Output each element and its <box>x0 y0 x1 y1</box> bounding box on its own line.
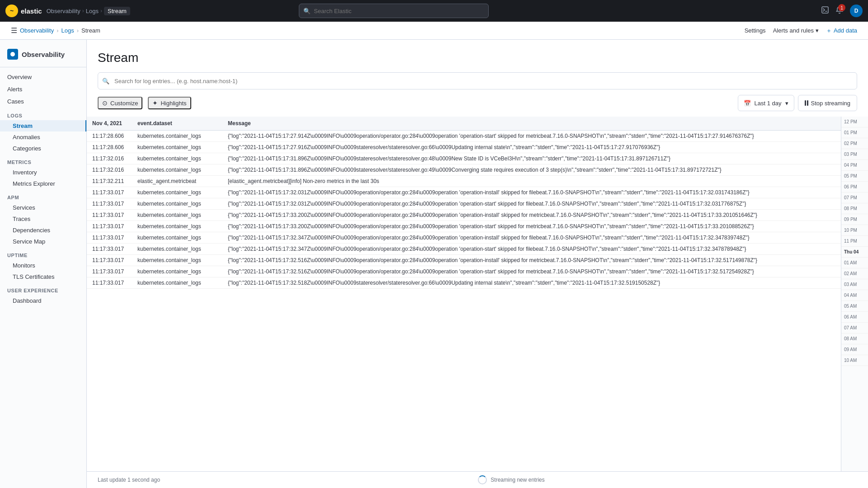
last-update-text: Last update 1 second ago <box>98 477 160 483</box>
snb-logs[interactable]: Logs <box>61 27 74 34</box>
table-row[interactable]: 11:17:33.017 kubernetes.container_logs {… <box>87 277 841 289</box>
row-dataset: kubernetes.container_logs <box>132 198 222 210</box>
sidebar-item-tls-certs[interactable]: TLS Certificates <box>0 271 86 282</box>
global-search-input[interactable] <box>299 4 489 18</box>
settings-button[interactable]: Settings <box>745 27 766 34</box>
sidebar-item-traces[interactable]: Traces <box>0 213 86 225</box>
sidebar-item-inventory[interactable]: Inventory <box>0 167 86 178</box>
customize-icon: ⊙ <box>102 99 108 107</box>
sidebar-item-stream[interactable]: Stream <box>0 120 86 131</box>
table-row[interactable]: 11:17:33.017 kubernetes.container_logs {… <box>87 210 841 221</box>
timeline-label: 01 PM <box>841 127 868 138</box>
timeline-label: 08 AM <box>841 333 868 344</box>
row-time: 11:17:28.606 <box>87 142 132 153</box>
row-message: {"log":"2021-11-04T15:17:31.896Z\u0009IN… <box>222 164 841 176</box>
timeline-label: 03 PM <box>841 149 868 160</box>
sidebar-item-dependencies[interactable]: Dependencies <box>0 225 86 236</box>
alerts-rules-button[interactable]: Alerts and rules ▾ <box>773 27 819 34</box>
table-row[interactable]: 11:17:33.017 kubernetes.container_logs {… <box>87 244 841 255</box>
row-dataset: kubernetes.container_logs <box>132 164 222 176</box>
table-row[interactable]: 11:17:28.606 kubernetes.container_logs {… <box>87 142 841 153</box>
sidebar-item-monitors[interactable]: Monitors <box>0 260 86 271</box>
log-table: Nov 4, 2021 event.dataset Message 11:17:… <box>87 117 841 289</box>
customize-button[interactable]: ⊙ Customize <box>98 97 142 109</box>
breadcrumb-logs[interactable]: Logs <box>86 8 99 14</box>
sidebar-item-alerts[interactable]: Alerts <box>0 83 86 95</box>
row-dataset: kubernetes.container_logs <box>132 277 222 289</box>
timeline-label: 06 PM <box>841 182 868 192</box>
table-row[interactable]: 11:17:33.017 kubernetes.container_logs {… <box>87 255 841 266</box>
snb-stream: Stream <box>81 27 100 34</box>
sidebar-logo: Observability <box>0 45 86 67</box>
sidebar-item-overview[interactable]: Overview <box>0 71 86 83</box>
row-time: 11:17:33.017 <box>87 232 132 244</box>
snb-observability[interactable]: Observability <box>20 27 54 34</box>
row-dataset: kubernetes.container_logs <box>132 221 222 232</box>
row-message: {"log":"2021-11-04T15:17:32.031Z\u0009IN… <box>222 187 841 198</box>
stop-streaming-button[interactable]: Stop streaming <box>798 95 857 111</box>
row-message: [elastic_agent.metricbeat][info] Non-zer… <box>222 176 841 187</box>
row-message: {"log":"2021-11-04T15:17:32.347Z\u0009IN… <box>222 232 841 244</box>
sidebar-item-service-map[interactable]: Service Map <box>0 236 86 247</box>
sidebar-logo-icon <box>7 49 18 60</box>
secondary-breadcrumb: Observability › Logs › Stream <box>20 27 100 34</box>
table-row[interactable]: 11:17:33.017 kubernetes.container_logs {… <box>87 232 841 244</box>
timeline-label: 05 AM <box>841 301 868 312</box>
secondary-navigation: ☰ Observability › Logs › Stream Settings… <box>0 22 868 40</box>
timeline-label: 04 AM <box>841 290 868 301</box>
add-data-button[interactable]: ＋ Add data <box>826 27 857 35</box>
row-time: 11:17:33.017 <box>87 210 132 221</box>
sidebar-app-title: Observability <box>22 51 65 58</box>
timeline-label: 09 AM <box>841 344 868 355</box>
timeline-label: 05 PM <box>841 171 868 182</box>
sidebar-item-cases[interactable]: Cases <box>0 95 86 108</box>
menu-toggle[interactable]: ☰ <box>11 26 17 35</box>
notification-badge: 1 <box>838 4 845 11</box>
row-dataset: kubernetes.container_logs <box>132 255 222 266</box>
row-time: 11:17:33.017 <box>87 277 132 289</box>
sidebar-item-metrics-explorer[interactable]: Metrics Explorer <box>0 178 86 189</box>
log-search-input[interactable] <box>98 72 857 89</box>
log-search-toolbar: 🔍 <box>87 72 868 95</box>
row-dataset: kubernetes.container_logs <box>132 142 222 153</box>
streaming-spinner <box>478 475 487 484</box>
breadcrumb: Observability › Logs › Stream <box>47 7 130 15</box>
dev-tools-icon[interactable] <box>821 6 829 16</box>
sidebar-section-apm: APM <box>0 189 86 202</box>
sidebar-section-uptime: Uptime <box>0 247 86 260</box>
timeline-label: Thu 04 <box>841 247 868 258</box>
page-title: Stream <box>98 51 857 65</box>
table-row[interactable]: 11:17:32.016 kubernetes.container_logs {… <box>87 164 841 176</box>
breadcrumb-observability[interactable]: Observability <box>47 8 80 14</box>
elastic-logo[interactable]: ~ elastic <box>5 5 42 17</box>
calendar-icon: 📅 <box>744 100 751 107</box>
table-row[interactable]: 11:17:32.211 elastic_agent.metricbeat [e… <box>87 176 841 187</box>
highlights-icon: ✦ <box>152 99 158 107</box>
table-row[interactable]: 11:17:32.016 kubernetes.container_logs {… <box>87 153 841 164</box>
sidebar-item-dashboard[interactable]: Dashboard <box>0 295 86 306</box>
table-row[interactable]: 11:17:33.017 kubernetes.container_logs {… <box>87 198 841 210</box>
sidebar-item-services[interactable]: Services <box>0 202 86 213</box>
row-dataset: kubernetes.container_logs <box>132 187 222 198</box>
row-message: {"log":"2021-11-04T15:17:32.031Z\u0009IN… <box>222 198 841 210</box>
user-avatar[interactable]: D <box>850 5 863 17</box>
sidebar-item-categories[interactable]: Categories <box>0 143 86 154</box>
notifications-icon[interactable]: 1 <box>835 6 844 16</box>
row-dataset: kubernetes.container_logs <box>132 131 222 142</box>
highlights-button[interactable]: ✦ Highlights <box>148 97 191 109</box>
table-row[interactable]: 11:17:33.017 kubernetes.container_logs {… <box>87 187 841 198</box>
table-row[interactable]: 11:17:33.017 kubernetes.container_logs {… <box>87 266 841 277</box>
row-message: {"log":"2021-11-04T15:17:27.916Z\u0009IN… <box>222 142 841 153</box>
row-dataset: kubernetes.container_logs <box>132 153 222 164</box>
row-time: 11:17:33.017 <box>87 187 132 198</box>
table-row[interactable]: 11:17:28.606 kubernetes.container_logs {… <box>87 131 841 142</box>
log-search-wrap: 🔍 <box>98 72 857 89</box>
date-picker-button[interactable]: 📅 Last 1 day ▾ <box>738 95 794 111</box>
breadcrumb-stream[interactable]: Stream <box>104 7 130 15</box>
row-time: 11:17:33.017 <box>87 266 132 277</box>
log-table-container[interactable]: Nov 4, 2021 event.dataset Message 11:17:… <box>87 117 841 471</box>
table-row[interactable]: 11:17:33.017 kubernetes.container_logs {… <box>87 221 841 232</box>
sidebar-item-anomalies[interactable]: Anomalies <box>0 131 86 143</box>
row-time: 11:17:32.016 <box>87 153 132 164</box>
streaming-label: Streaming new entries <box>491 477 544 483</box>
